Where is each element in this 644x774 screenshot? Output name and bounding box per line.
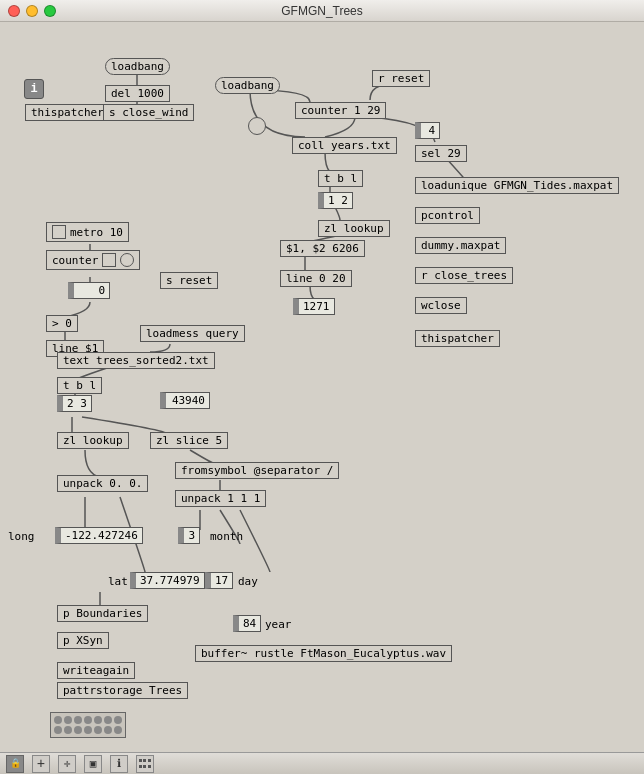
matrix-dot — [74, 726, 82, 734]
matrix-dot — [94, 726, 102, 734]
num43940-obj[interactable]: 43940 — [160, 392, 210, 409]
bottom-toolbar: 🔒 + ✛ ▣ ℹ — [0, 752, 644, 774]
matrix-dot — [54, 716, 62, 724]
counter-toggle-obj[interactable]: counter — [46, 250, 140, 270]
unpack111-obj[interactable]: unpack 1 1 1 — [175, 490, 266, 507]
matrix-dot — [104, 716, 112, 724]
metro10-obj[interactable]: metro 10 — [46, 222, 129, 242]
pcontrol-obj[interactable]: pcontrol — [415, 207, 480, 224]
r-close-trees-obj[interactable]: r close_trees — [415, 267, 513, 284]
num12-obj[interactable]: 1 2 — [318, 192, 353, 209]
unpack00-obj[interactable]: unpack 0. 0. — [57, 475, 148, 492]
coll-years-obj[interactable]: coll years.txt — [292, 137, 397, 154]
matrix-dot — [104, 726, 112, 734]
counter-circle-toggle[interactable] — [120, 253, 134, 267]
add-obj-button[interactable]: + — [32, 755, 50, 773]
pattrstorage-obj[interactable]: pattrstorage Trees — [57, 682, 188, 699]
s-reset-obj[interactable]: s reset — [160, 272, 218, 289]
matrix-dot — [64, 726, 72, 734]
month-label: month — [210, 530, 243, 543]
num17-obj[interactable]: 17 — [205, 572, 233, 589]
grid-button[interactable] — [136, 755, 154, 773]
day-label: day — [238, 575, 258, 588]
num4-obj[interactable]: 4 — [415, 122, 440, 139]
metro-toggle[interactable] — [52, 225, 66, 239]
titlebar: GFMGN_Trees — [0, 0, 644, 22]
crosshair-button[interactable]: ✛ — [58, 755, 76, 773]
zl-lookup1-obj[interactable]: zl lookup — [318, 220, 390, 237]
counter-toggle[interactable] — [102, 253, 116, 267]
num1271-obj[interactable]: 1271 — [293, 298, 335, 315]
maximize-button[interactable] — [44, 5, 56, 17]
gt0-obj[interactable]: > 0 — [46, 315, 78, 332]
tbl1-obj[interactable]: t b l — [318, 170, 363, 187]
tbl2-obj[interactable]: t b l — [57, 377, 102, 394]
long-label: long — [8, 530, 35, 543]
text-trees-obj[interactable]: text trees_sorted2.txt — [57, 352, 215, 369]
lock-icon[interactable]: 🔒 — [6, 755, 24, 773]
loadbang1-obj[interactable]: loadbang — [105, 58, 170, 75]
year-label: year — [265, 618, 292, 631]
matrix-dot — [74, 716, 82, 724]
matrix-dot — [84, 726, 92, 734]
matrix-dot — [64, 716, 72, 724]
minimize-button[interactable] — [26, 5, 38, 17]
matrix-dot — [84, 716, 92, 724]
fromsymbol-obj[interactable]: fromsymbol @separator / — [175, 462, 339, 479]
del1000-obj[interactable]: del 1000 — [105, 85, 170, 102]
num84-obj[interactable]: 84 — [233, 615, 261, 632]
close-button[interactable] — [8, 5, 20, 17]
dollar-msg-obj[interactable]: $1, $2 6206 — [280, 240, 365, 257]
loadbang2-obj[interactable]: loadbang — [215, 77, 280, 94]
counter-obj[interactable]: counter 1 29 — [295, 102, 386, 119]
close-wind-obj[interactable]: s close_wind — [103, 104, 194, 121]
window-controls[interactable] — [8, 5, 56, 17]
info-toolbar-button[interactable]: ℹ — [110, 755, 128, 773]
r-reset-obj[interactable]: r reset — [372, 70, 430, 87]
matrix-dot — [54, 726, 62, 734]
num3-obj[interactable]: 3 — [178, 527, 200, 544]
num23-obj[interactable]: 2 3 — [57, 395, 92, 412]
sel29-obj[interactable]: sel 29 — [415, 145, 467, 162]
writeagain-obj[interactable]: writeagain — [57, 662, 135, 679]
wclose-obj[interactable]: wclose — [415, 297, 467, 314]
lat-label: lat — [108, 575, 128, 588]
long-numbox[interactable]: -122.427246 — [55, 527, 143, 544]
num0-obj[interactable]: 0 — [68, 282, 110, 299]
p-xsyn-obj[interactable]: p XSyn — [57, 632, 109, 649]
loadmess-obj[interactable]: loadmess query — [140, 325, 245, 342]
matrix-dot — [94, 716, 102, 724]
zl-slice-obj[interactable]: zl slice 5 — [150, 432, 228, 449]
dummy-maxpat-obj[interactable]: dummy.maxpat — [415, 237, 506, 254]
toggle1[interactable] — [248, 117, 266, 135]
matrix-ui[interactable] — [50, 712, 126, 738]
buffer-rustle-obj[interactable]: buffer~ rustle FtMason_Eucalyptus.wav — [195, 645, 452, 662]
window-title: GFMGN_Trees — [281, 4, 363, 18]
matrix-dot — [114, 726, 122, 734]
loadunique-obj[interactable]: loadunique GFMGN_Tides.maxpat — [415, 177, 619, 194]
p-boundaries-obj[interactable]: p Boundaries — [57, 605, 148, 622]
thispatcher2-obj[interactable]: thispatcher — [415, 330, 500, 347]
thispatcher1-obj[interactable]: thispatcher — [25, 104, 110, 121]
matrix-dot — [114, 716, 122, 724]
patch-button[interactable]: ▣ — [84, 755, 102, 773]
info-button[interactable]: i — [24, 79, 44, 99]
lat-numbox[interactable]: 37.774979 — [130, 572, 205, 589]
zl-lookup2-obj[interactable]: zl lookup — [57, 432, 129, 449]
patch-canvas: loadbang del 1000 thispatcher s close_wi… — [0, 22, 644, 752]
line020-obj[interactable]: line 0 20 — [280, 270, 352, 287]
